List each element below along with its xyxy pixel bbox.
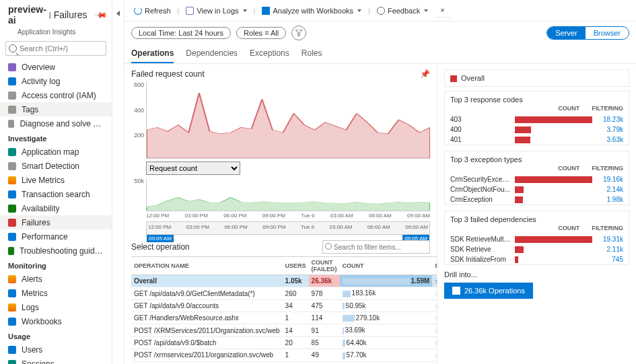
chart-title: Failed request count [131, 69, 205, 79]
operation-row[interactable]: POST /api/data/v9.0/$batch208564.40k☆ [131, 336, 437, 349]
nav-icon [8, 233, 16, 241]
nav-icon [8, 346, 16, 354]
sidebar-item-overview[interactable]: Overview [0, 60, 112, 74]
metric-select[interactable]: Request count [146, 161, 240, 175]
sidebar-item-troubleshooting-guides-previ-[interactable]: Troubleshooting guides (previ... [0, 244, 112, 258]
operation-row[interactable]: POST /xrmservices/2011/organization.svc/… [131, 349, 437, 361]
roles-pill[interactable]: Roles = All [236, 27, 286, 39]
chevron-down-icon [424, 9, 428, 12]
nav-icon [8, 289, 16, 297]
tab-operations[interactable]: Operations [131, 44, 174, 63]
time-brush[interactable]: 12:00 PM03:00 PM06:00 PM09:00 PMTue 603:… [146, 221, 430, 235]
server-toggle[interactable]: Server [547, 27, 585, 39]
page-name: Failures [54, 9, 87, 20]
add-filter-button[interactable] [291, 26, 306, 40]
nav-icon [8, 106, 16, 114]
nav-icon [8, 247, 14, 255]
stats-row[interactable]: CrmException1.98k [445, 194, 629, 205]
stats-row[interactable]: SDK Retrieve2.11k [445, 244, 629, 254]
drill-operations-button[interactable]: 26.36k Operations [444, 283, 533, 299]
sidebar-item-activity-log[interactable]: Activity log [0, 74, 112, 88]
sidebar-item-failures[interactable]: Failures [0, 215, 112, 229]
feedback-button[interactable]: Feedback [374, 5, 431, 16]
stats-row[interactable]: SDK RetrieveMulti...19.31k [445, 234, 629, 244]
browser-toggle[interactable]: Browser [586, 27, 629, 39]
sidebar-item-users[interactable]: Users [0, 342, 112, 357]
sidebar-item-logs[interactable]: Logs [0, 300, 112, 314]
search-input[interactable] [5, 41, 106, 56]
stats-card: Top 3 failed dependenciesCOUNTFILTERINGS… [444, 211, 629, 265]
stats-row[interactable]: CrmSecurityExcept...19.16k [445, 174, 629, 184]
stats-card: Top 3 exception typesCOUNTFILTERINGCrmSe… [444, 151, 629, 205]
sidebar-item-diagnose-and-solve-problems[interactable]: Diagnose and solve problems [0, 116, 112, 131]
operation-row[interactable]: GET /api/data/v9.0/accounts3447550.95k☆ [131, 299, 437, 312]
pin-icon[interactable]: 📌 [95, 8, 109, 22]
request-count-chart[interactable]: 50k [146, 178, 430, 211]
sidebar-item-workbooks[interactable]: Workbooks [0, 314, 112, 328]
app-name: preview-ai [8, 4, 46, 26]
nav-icon [8, 219, 16, 227]
feedback-icon [377, 7, 385, 15]
sidebar-search[interactable] [5, 41, 106, 56]
stats-row[interactable]: CrmObjectNotFou...2.14k [445, 184, 629, 194]
command-bar: Refresh | View in Logs | Analyze with Wo… [125, 0, 636, 22]
sidebar-item-availability[interactable]: Availability [0, 201, 112, 215]
sidebar-item-live-metrics[interactable]: Live Metrics [0, 173, 112, 187]
nav-icon [8, 120, 14, 128]
nav-icon [8, 190, 16, 198]
stats-row[interactable]: SDK InitializeFrom745 [445, 254, 629, 264]
operation-row[interactable]: GET /api/data/v9.0/systemusers(*)64857.6… [131, 361, 437, 364]
operations-table: OPERATION NAME USERS COUNT (FAILED) COUN… [131, 256, 437, 364]
server-browser-toggle[interactable]: Server Browser [546, 26, 629, 40]
chart-pin-icon[interactable]: 📌 [420, 69, 430, 79]
nav-icon [8, 148, 16, 156]
tab-exceptions[interactable]: Exceptions [250, 44, 289, 63]
chevron-down-icon [243, 9, 247, 12]
logs-icon [186, 7, 194, 15]
nav-icon [8, 318, 16, 326]
stats-row[interactable]: 40318.23k [445, 114, 629, 124]
nav-icon [8, 92, 16, 100]
sidebar-item-performance[interactable]: Performance [0, 229, 112, 244]
nav-icon [8, 205, 16, 213]
stats-card: Top 3 response codesCOUNTFILTERING40318.… [444, 91, 629, 145]
nav-icon [8, 176, 16, 184]
nav-icon [8, 162, 16, 170]
sidebar-item-tags[interactable]: Tags [0, 102, 112, 116]
refresh-button[interactable]: Refresh [131, 5, 174, 16]
stats-row[interactable]: 4013.63k [445, 135, 629, 145]
nav-icon [8, 275, 16, 283]
sidebar-item-application-map[interactable]: Application map [0, 145, 112, 159]
nav-icon [8, 303, 16, 312]
operation-row[interactable]: POST /XRMServices/2011/Organization.svc/… [131, 324, 437, 336]
search-icon [325, 243, 332, 250]
nav-icon [8, 77, 16, 85]
drill-into-label: Drill into... [444, 270, 629, 279]
analyze-workbooks-button[interactable]: Analyze with Workbooks [259, 5, 364, 16]
sidebar-item-transaction-search[interactable]: Transaction search [0, 187, 112, 201]
operation-row[interactable]: GET /Handlers/WebResource.ashx1114279.10… [131, 312, 437, 324]
view-tabs: OperationsDependenciesExceptionsRoles [125, 44, 636, 64]
chevron-left-icon [116, 11, 120, 16]
tab-dependencies[interactable]: Dependencies [186, 44, 238, 63]
sidebar-item-sessions[interactable]: Sessions [0, 357, 112, 364]
view-in-logs-button[interactable]: View in Logs [183, 5, 249, 16]
refresh-icon [134, 7, 142, 15]
sidebar-item-access-control-iam-[interactable]: Access control (IAM) [0, 88, 112, 102]
close-button[interactable]: × [435, 3, 450, 17]
operation-filter-input[interactable] [322, 240, 430, 254]
sidebar-item-alerts[interactable]: Alerts [0, 272, 112, 286]
sidebar-item-metrics[interactable]: Metrics [0, 286, 112, 300]
sidebar: preview-ai | Failures 📌 Application Insi… [0, 0, 112, 364]
nav-icon [8, 360, 16, 365]
app-subtitle: Application Insights [0, 28, 112, 40]
operation-row[interactable]: GET /api/data/v9.0/GetClientMetadata(*)2… [131, 287, 437, 299]
stats-row[interactable]: 4003.79k [445, 124, 629, 135]
failed-request-chart[interactable]: 600 400 200 [146, 81, 430, 159]
chevron-down-icon [357, 9, 361, 12]
operation-row[interactable]: Overall1.05k26.36k1.59M☆ [131, 275, 437, 287]
tab-roles[interactable]: Roles [302, 44, 322, 63]
sidebar-item-smart-detection[interactable]: Smart Detection [0, 159, 112, 173]
sidebar-collapse[interactable] [112, 0, 125, 364]
time-range-pill[interactable]: Local Time: Last 24 hours [131, 27, 231, 39]
